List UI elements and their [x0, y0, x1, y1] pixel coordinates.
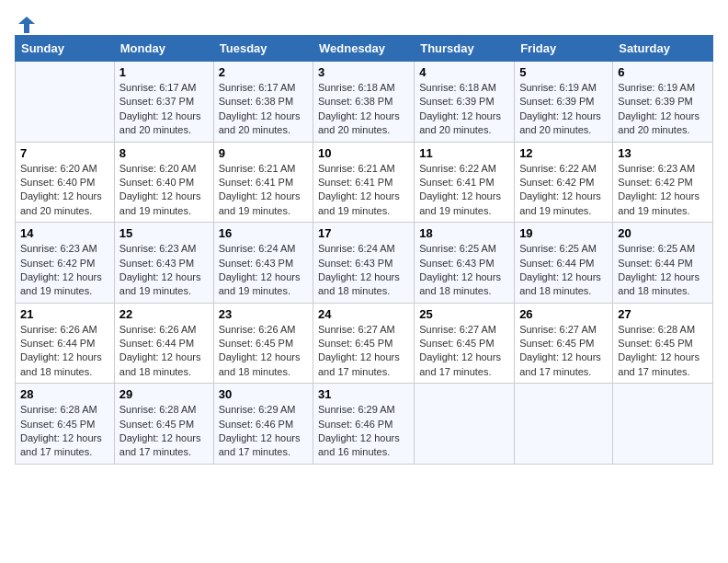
- week-row-3: 14Sunrise: 6:23 AM Sunset: 6:42 PM Dayli…: [16, 223, 713, 304]
- day-number: 16: [219, 226, 308, 240]
- calendar-cell: 2Sunrise: 6:17 AM Sunset: 6:38 PM Daylig…: [213, 62, 313, 143]
- calendar-cell: [515, 384, 613, 465]
- logo-bird-icon: [17, 15, 37, 35]
- day-info: Sunrise: 6:23 AM Sunset: 6:42 PM Dayligh…: [20, 242, 109, 299]
- day-info: Sunrise: 6:28 AM Sunset: 6:45 PM Dayligh…: [20, 403, 109, 460]
- day-info: Sunrise: 6:24 AM Sunset: 6:43 PM Dayligh…: [219, 242, 308, 299]
- calendar-cell: 9Sunrise: 6:21 AM Sunset: 6:41 PM Daylig…: [213, 142, 313, 223]
- svg-marker-0: [18, 17, 35, 33]
- page-header: [15, 15, 713, 31]
- calendar-cell: 7Sunrise: 6:20 AM Sunset: 6:40 PM Daylig…: [16, 142, 115, 223]
- calendar-cell: 29Sunrise: 6:28 AM Sunset: 6:45 PM Dayli…: [114, 384, 213, 465]
- calendar-cell: 3Sunrise: 6:18 AM Sunset: 6:38 PM Daylig…: [313, 62, 415, 143]
- week-row-2: 7Sunrise: 6:20 AM Sunset: 6:40 PM Daylig…: [16, 142, 713, 223]
- calendar-cell: 14Sunrise: 6:23 AM Sunset: 6:42 PM Dayli…: [16, 223, 115, 304]
- week-row-1: 1Sunrise: 6:17 AM Sunset: 6:37 PM Daylig…: [16, 62, 713, 143]
- column-header-row: SundayMondayTuesdayWednesdayThursdayFrid…: [16, 36, 713, 62]
- calendar-cell: 25Sunrise: 6:27 AM Sunset: 6:45 PM Dayli…: [415, 303, 515, 384]
- day-number: 10: [318, 146, 409, 160]
- calendar-table: SundayMondayTuesdayWednesdayThursdayFrid…: [15, 35, 713, 465]
- day-number: 13: [618, 146, 708, 160]
- day-info: Sunrise: 6:27 AM Sunset: 6:45 PM Dayligh…: [318, 323, 409, 380]
- calendar-cell: 24Sunrise: 6:27 AM Sunset: 6:45 PM Dayli…: [313, 303, 415, 384]
- column-header-wednesday: Wednesday: [313, 36, 415, 62]
- day-info: Sunrise: 6:17 AM Sunset: 6:37 PM Dayligh…: [119, 81, 209, 138]
- day-number: 24: [318, 307, 409, 321]
- day-info: Sunrise: 6:20 AM Sunset: 6:40 PM Dayligh…: [20, 162, 109, 219]
- calendar-cell: 12Sunrise: 6:22 AM Sunset: 6:42 PM Dayli…: [515, 142, 613, 223]
- column-header-tuesday: Tuesday: [213, 36, 313, 62]
- day-info: Sunrise: 6:28 AM Sunset: 6:45 PM Dayligh…: [618, 323, 708, 380]
- day-info: Sunrise: 6:29 AM Sunset: 6:46 PM Dayligh…: [219, 403, 308, 460]
- day-number: 28: [20, 387, 109, 401]
- day-info: Sunrise: 6:21 AM Sunset: 6:41 PM Dayligh…: [318, 162, 409, 219]
- day-number: 6: [618, 65, 708, 79]
- day-info: Sunrise: 6:22 AM Sunset: 6:41 PM Dayligh…: [419, 162, 509, 219]
- column-header-thursday: Thursday: [415, 36, 515, 62]
- day-info: Sunrise: 6:25 AM Sunset: 6:44 PM Dayligh…: [519, 242, 608, 299]
- logo: [15, 15, 39, 31]
- day-number: 25: [419, 307, 509, 321]
- calendar-cell: [16, 62, 115, 143]
- calendar-cell: 8Sunrise: 6:20 AM Sunset: 6:40 PM Daylig…: [114, 142, 213, 223]
- day-number: 15: [119, 226, 209, 240]
- day-info: Sunrise: 6:19 AM Sunset: 6:39 PM Dayligh…: [519, 81, 608, 138]
- day-info: Sunrise: 6:19 AM Sunset: 6:39 PM Dayligh…: [618, 81, 708, 138]
- day-number: 11: [419, 146, 509, 160]
- calendar-cell: 28Sunrise: 6:28 AM Sunset: 6:45 PM Dayli…: [16, 384, 115, 465]
- day-number: 9: [219, 146, 308, 160]
- calendar-cell: [613, 384, 713, 465]
- day-info: Sunrise: 6:22 AM Sunset: 6:42 PM Dayligh…: [519, 162, 608, 219]
- day-info: Sunrise: 6:24 AM Sunset: 6:43 PM Dayligh…: [318, 242, 409, 299]
- calendar-cell: 27Sunrise: 6:28 AM Sunset: 6:45 PM Dayli…: [613, 303, 713, 384]
- day-info: Sunrise: 6:18 AM Sunset: 6:38 PM Dayligh…: [318, 81, 409, 138]
- day-number: 3: [318, 65, 409, 79]
- day-number: 12: [519, 146, 608, 160]
- day-number: 21: [20, 307, 109, 321]
- day-info: Sunrise: 6:23 AM Sunset: 6:42 PM Dayligh…: [618, 162, 708, 219]
- day-number: 26: [519, 307, 608, 321]
- day-info: Sunrise: 6:18 AM Sunset: 6:39 PM Dayligh…: [419, 81, 509, 138]
- day-number: 17: [318, 226, 409, 240]
- week-row-5: 28Sunrise: 6:28 AM Sunset: 6:45 PM Dayli…: [16, 384, 713, 465]
- calendar-cell: [415, 384, 515, 465]
- calendar-cell: 26Sunrise: 6:27 AM Sunset: 6:45 PM Dayli…: [515, 303, 613, 384]
- calendar-cell: 19Sunrise: 6:25 AM Sunset: 6:44 PM Dayli…: [515, 223, 613, 304]
- calendar-cell: 4Sunrise: 6:18 AM Sunset: 6:39 PM Daylig…: [415, 62, 515, 143]
- calendar-cell: 15Sunrise: 6:23 AM Sunset: 6:43 PM Dayli…: [114, 223, 213, 304]
- day-number: 23: [219, 307, 308, 321]
- day-number: 8: [119, 146, 209, 160]
- calendar-cell: 22Sunrise: 6:26 AM Sunset: 6:44 PM Dayli…: [114, 303, 213, 384]
- calendar-cell: 6Sunrise: 6:19 AM Sunset: 6:39 PM Daylig…: [613, 62, 713, 143]
- column-header-friday: Friday: [515, 36, 613, 62]
- day-number: 1: [119, 65, 209, 79]
- column-header-monday: Monday: [114, 36, 213, 62]
- day-number: 14: [20, 226, 109, 240]
- day-info: Sunrise: 6:21 AM Sunset: 6:41 PM Dayligh…: [219, 162, 308, 219]
- calendar-cell: 20Sunrise: 6:25 AM Sunset: 6:44 PM Dayli…: [613, 223, 713, 304]
- day-info: Sunrise: 6:27 AM Sunset: 6:45 PM Dayligh…: [419, 323, 509, 380]
- day-info: Sunrise: 6:27 AM Sunset: 6:45 PM Dayligh…: [519, 323, 608, 380]
- day-number: 22: [119, 307, 209, 321]
- calendar-cell: 13Sunrise: 6:23 AM Sunset: 6:42 PM Dayli…: [613, 142, 713, 223]
- column-header-sunday: Sunday: [16, 36, 115, 62]
- day-info: Sunrise: 6:17 AM Sunset: 6:38 PM Dayligh…: [219, 81, 308, 138]
- day-number: 5: [519, 65, 608, 79]
- day-number: 31: [318, 387, 409, 401]
- day-number: 19: [519, 226, 608, 240]
- day-info: Sunrise: 6:23 AM Sunset: 6:43 PM Dayligh…: [119, 242, 209, 299]
- day-number: 20: [618, 226, 708, 240]
- day-info: Sunrise: 6:26 AM Sunset: 6:45 PM Dayligh…: [219, 323, 308, 380]
- calendar-cell: 1Sunrise: 6:17 AM Sunset: 6:37 PM Daylig…: [114, 62, 213, 143]
- day-info: Sunrise: 6:26 AM Sunset: 6:44 PM Dayligh…: [20, 323, 109, 380]
- day-number: 2: [219, 65, 308, 79]
- day-info: Sunrise: 6:26 AM Sunset: 6:44 PM Dayligh…: [119, 323, 209, 380]
- week-row-4: 21Sunrise: 6:26 AM Sunset: 6:44 PM Dayli…: [16, 303, 713, 384]
- calendar-cell: 21Sunrise: 6:26 AM Sunset: 6:44 PM Dayli…: [16, 303, 115, 384]
- day-info: Sunrise: 6:20 AM Sunset: 6:40 PM Dayligh…: [119, 162, 209, 219]
- day-number: 27: [618, 307, 708, 321]
- day-info: Sunrise: 6:28 AM Sunset: 6:45 PM Dayligh…: [119, 403, 209, 460]
- column-header-saturday: Saturday: [613, 36, 713, 62]
- day-info: Sunrise: 6:25 AM Sunset: 6:44 PM Dayligh…: [618, 242, 708, 299]
- day-number: 30: [219, 387, 308, 401]
